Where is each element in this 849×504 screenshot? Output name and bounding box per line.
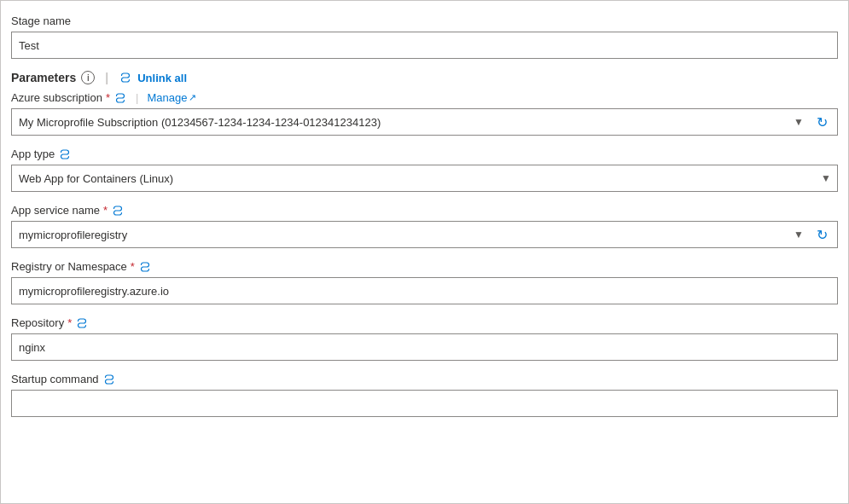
registry-link-icon[interactable] (138, 261, 152, 273)
service-refresh-icon (817, 227, 828, 243)
stage-name-group: Stage name (11, 14, 838, 59)
required-asterisk-registry: * (131, 260, 135, 273)
subscription-refresh-icon (817, 114, 828, 130)
repository-group: Repository * (11, 316, 838, 361)
registry-namespace-label: Registry or Namespace * (11, 260, 838, 273)
azure-subscription-label: Azure subscription * | Manage ↗ (11, 91, 838, 104)
azure-subscription-select-wrapper: My Microprofile Subscription (01234567-1… (11, 108, 838, 136)
divider-2: | (136, 91, 138, 104)
repository-link-icon[interactable] (75, 317, 89, 329)
startup-command-group: Startup command (11, 373, 838, 417)
required-asterisk-subscription: * (106, 91, 110, 104)
startup-command-input[interactable] (11, 390, 838, 417)
parameters-label: Parameters (11, 71, 76, 84)
app-service-name-select-wrapper: mymicroprofileregistry ▼ (11, 221, 838, 248)
divider-1: | (105, 71, 108, 84)
subscription-refresh-button[interactable] (809, 109, 834, 135)
azure-subscription-group: Azure subscription * | Manage ↗ My Micro… (11, 91, 838, 136)
startup-link-icon[interactable] (102, 374, 116, 385)
unlink-all-label: Unlink all (137, 72, 187, 84)
app-service-name-select[interactable]: mymicroprofileregistry (11, 221, 838, 248)
parameters-info-icon[interactable]: i (81, 71, 95, 84)
app-service-name-label: App service name * (11, 204, 838, 217)
manage-link[interactable]: Manage ↗ (147, 91, 196, 104)
repository-input[interactable] (11, 333, 838, 361)
app-service-name-group: App service name * mymicroprofileregistr… (11, 204, 838, 248)
azure-subscription-select[interactable]: My Microprofile Subscription (01234567-1… (11, 108, 838, 136)
manage-ext-icon: ↗ (189, 92, 196, 103)
parameters-section-title: Parameters i | Unlink all (11, 71, 838, 84)
stage-name-label: Stage name (11, 14, 838, 27)
app-type-label: App type (11, 148, 838, 160)
manage-label: Manage (147, 91, 187, 104)
service-refresh-button[interactable] (809, 222, 834, 247)
unlink-chain-icon (119, 72, 132, 84)
repository-label: Repository * (11, 316, 838, 329)
stage-name-input[interactable] (11, 32, 838, 59)
subscription-link-icon[interactable] (113, 92, 127, 104)
startup-command-label: Startup command (11, 373, 838, 385)
service-link-icon[interactable] (111, 205, 125, 217)
app-type-group: App type Web App for Containers (Linux) … (11, 148, 838, 192)
registry-namespace-group: Registry or Namespace * (11, 260, 838, 304)
app-type-select[interactable]: Web App for Containers (Linux) (11, 165, 838, 192)
app-type-link-icon[interactable] (58, 148, 72, 160)
required-asterisk-repository: * (67, 316, 72, 329)
registry-namespace-input[interactable] (11, 277, 838, 304)
unlink-all-link[interactable]: Unlink all (137, 72, 187, 84)
main-container: Stage name Parameters i | Unlink all Azu… (0, 0, 849, 504)
required-asterisk-service: * (103, 204, 108, 217)
app-type-select-wrapper: Web App for Containers (Linux) ▼ (11, 165, 838, 192)
